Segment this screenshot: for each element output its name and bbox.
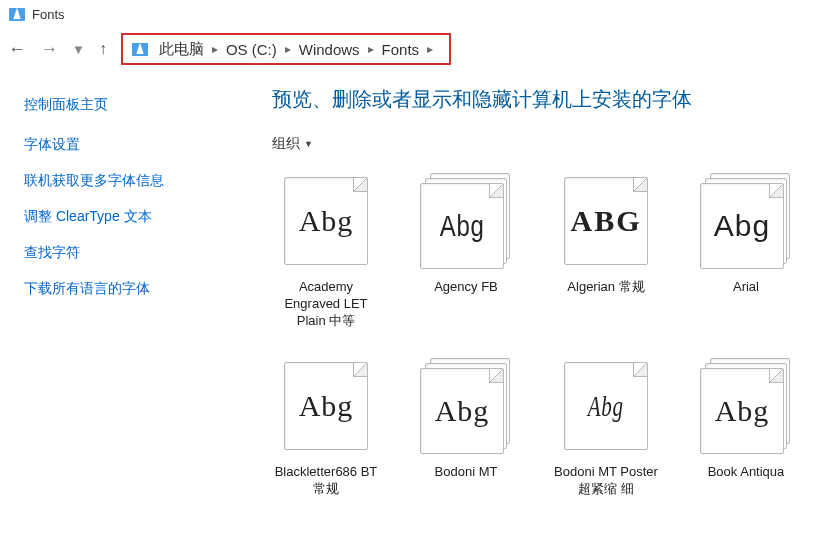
font-name-label: Arial <box>733 279 759 296</box>
font-item[interactable]: AbgAgency FB <box>412 173 520 330</box>
font-sample: Abg <box>588 389 624 423</box>
font-thumbnail: Abg <box>700 173 792 269</box>
sidebar-item-control-panel-home[interactable]: 控制面板主页 <box>24 96 200 114</box>
font-grid-row-1: AbgAcademy Engraved LET Plain 中等AbgAgenc… <box>272 173 827 330</box>
font-sample: ABG <box>570 204 641 238</box>
font-thumbnail: Abg <box>700 358 792 454</box>
nav-row: ← → ▼ ↑ 此电脑 ▸ OS (C:) ▸ Windows ▸ Fonts … <box>0 28 827 70</box>
font-name-label: Blackletter686 BT 常规 <box>272 464 380 498</box>
font-item[interactable]: AbgArial <box>692 173 800 330</box>
main-panel: 预览、删除或者显示和隐藏计算机上安装的字体 组织 ▼ AbgAcademy En… <box>200 70 827 541</box>
font-name-label: Agency FB <box>434 279 498 296</box>
font-thumbnail: Abg <box>560 358 652 454</box>
organize-label: 组织 <box>272 135 300 153</box>
chevron-right-icon[interactable]: ▸ <box>368 42 374 56</box>
font-thumbnail: ABG <box>560 173 652 269</box>
font-thumbnail: Abg <box>280 173 372 269</box>
font-grid-row-2: AbgBlackletter686 BT 常规AbgBodoni MTAbgBo… <box>272 358 827 498</box>
window-title: Fonts <box>32 7 65 22</box>
title-bar: Fonts <box>0 0 827 28</box>
nav-up-icon[interactable]: ↑ <box>99 41 107 57</box>
font-sample: Abg <box>435 394 490 428</box>
sidebar-item-get-more-fonts[interactable]: 联机获取更多字体信息 <box>24 172 200 190</box>
font-item[interactable]: AbgBook Antiqua <box>692 358 800 498</box>
chevron-right-icon[interactable]: ▸ <box>285 42 291 56</box>
breadcrumb-item[interactable]: Windows <box>299 41 360 58</box>
font-item[interactable]: ABGAlgerian 常规 <box>552 173 660 330</box>
page-heading: 预览、删除或者显示和隐藏计算机上安装的字体 <box>272 86 827 113</box>
nav-forward-icon[interactable]: → <box>40 40 58 58</box>
toolbar: 组织 ▼ <box>272 135 827 153</box>
font-name-label: Algerian 常规 <box>567 279 644 296</box>
font-sample: Abg <box>299 389 354 423</box>
font-thumbnail: Abg <box>280 358 372 454</box>
sidebar-item-font-settings[interactable]: 字体设置 <box>24 136 200 154</box>
font-name-label: Academy Engraved LET Plain 中等 <box>272 279 380 330</box>
organize-dropdown[interactable]: 组织 ▼ <box>272 135 313 153</box>
font-thumbnail: Abg <box>420 358 512 454</box>
font-sample: Abg <box>715 394 770 428</box>
nav-back-icon[interactable]: ← <box>8 40 26 58</box>
address-bar[interactable]: 此电脑 ▸ OS (C:) ▸ Windows ▸ Fonts ▸ <box>121 33 451 65</box>
font-sample: Abg <box>299 204 354 238</box>
sidebar-item-download-all-langs[interactable]: 下载所有语言的字体 <box>24 280 200 298</box>
fonts-folder-icon <box>8 5 26 23</box>
font-name-label: Book Antiqua <box>708 464 785 481</box>
chevron-right-icon[interactable]: ▸ <box>212 42 218 56</box>
chevron-down-icon: ▼ <box>304 139 313 149</box>
chevron-right-icon[interactable]: ▸ <box>427 42 433 56</box>
font-item[interactable]: AbgBodoni MT <box>412 358 520 498</box>
font-item[interactable]: AbgBodoni MT Poster 超紧缩 细 <box>552 358 660 498</box>
font-item[interactable]: AbgBlackletter686 BT 常规 <box>272 358 380 498</box>
font-item[interactable]: AbgAcademy Engraved LET Plain 中等 <box>272 173 380 330</box>
sidebar-item-cleartype[interactable]: 调整 ClearType 文本 <box>24 208 200 226</box>
breadcrumb-item[interactable]: 此电脑 <box>159 40 204 59</box>
font-sample: Abg <box>439 209 484 243</box>
fonts-folder-icon <box>131 40 149 58</box>
sidebar: 控制面板主页 字体设置 联机获取更多字体信息 调整 ClearType 文本 查… <box>0 70 200 541</box>
font-name-label: Bodoni MT <box>435 464 498 481</box>
font-thumbnail: Abg <box>420 173 512 269</box>
breadcrumb-item[interactable]: Fonts <box>382 41 420 58</box>
sidebar-item-find-char[interactable]: 查找字符 <box>24 244 200 262</box>
font-name-label: Bodoni MT Poster 超紧缩 细 <box>552 464 660 498</box>
font-sample: Abg <box>714 209 770 243</box>
breadcrumb-item[interactable]: OS (C:) <box>226 41 277 58</box>
nav-recent-icon[interactable]: ▼ <box>72 43 85 56</box>
